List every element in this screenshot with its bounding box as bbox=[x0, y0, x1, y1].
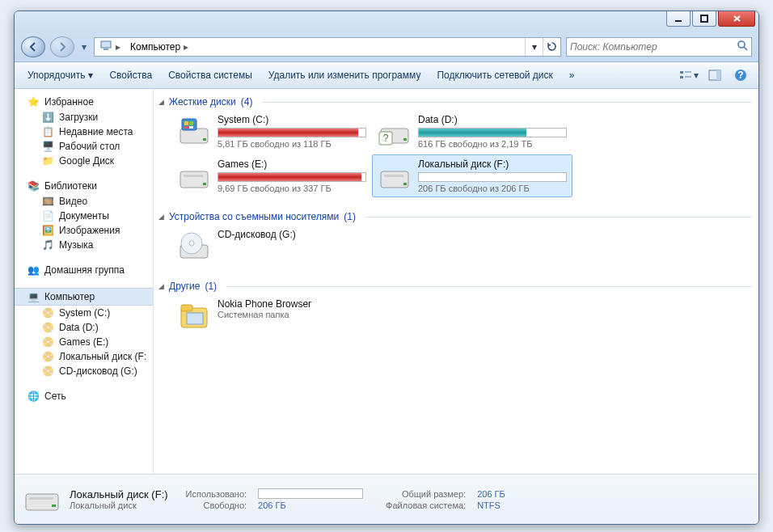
minimize-button[interactable] bbox=[666, 11, 691, 27]
svg-text:?: ? bbox=[737, 70, 743, 81]
libraries-icon: 📚 bbox=[27, 180, 40, 192]
filesystem-value: NTFS bbox=[477, 500, 505, 510]
forward-button[interactable] bbox=[50, 36, 74, 57]
svg-rect-8 bbox=[685, 71, 691, 73]
help-button[interactable]: ? bbox=[729, 66, 752, 84]
drive-icon bbox=[23, 483, 61, 517]
details-title: Локальный диск (F:) bbox=[70, 488, 168, 500]
space-bar bbox=[218, 128, 366, 137]
group-header-other[interactable]: ◢ Другие (1) bbox=[157, 278, 752, 294]
nav-item[interactable]: 📀Games (E:) bbox=[15, 335, 153, 349]
svg-rect-29 bbox=[384, 175, 403, 177]
drive-tile[interactable]: ? Data (D:) 616 ГБ свободно из 2,19 ТБ bbox=[372, 110, 572, 153]
total-size-label: Общий размер: bbox=[386, 489, 466, 499]
nav-item[interactable]: 🎵Музыка bbox=[15, 238, 153, 252]
uninstall-program-button[interactable]: Удалить или изменить программу bbox=[262, 66, 428, 84]
group-header-removable[interactable]: ◢ Устройства со съемными носителями (1) bbox=[157, 209, 752, 225]
svg-rect-35 bbox=[181, 305, 192, 311]
svg-point-33 bbox=[189, 241, 194, 246]
nav-item[interactable]: 🖥️Рабочий стол bbox=[15, 139, 153, 154]
drive-free-space: 616 ГБ свободно из 2,19 ТБ bbox=[418, 139, 567, 149]
nav-item[interactable]: 📀System (C:) bbox=[15, 306, 153, 320]
nav-item[interactable]: 🖼️Изображения bbox=[15, 223, 153, 238]
drive-free-space: 5,81 ГБ свободно из 118 ГБ bbox=[218, 139, 366, 149]
address-dropdown[interactable]: ▾ bbox=[525, 38, 543, 56]
address-bar[interactable]: ▸ Компьютер ▸ ▾ bbox=[94, 37, 561, 57]
nav-item[interactable]: 📀CD-дисковод (G:) bbox=[15, 364, 153, 378]
nav-item-icon: 📁 bbox=[42, 155, 54, 167]
drive-tile[interactable]: Локальный диск (F:) 206 ГБ свободно из 2… bbox=[372, 154, 572, 197]
content-area: ◢ Жесткие диски (4) System (C:) 5,81 ГБ … bbox=[154, 89, 758, 474]
close-button[interactable] bbox=[718, 11, 755, 27]
system-properties-button[interactable]: Свойства системы bbox=[162, 66, 259, 84]
back-button[interactable] bbox=[21, 36, 45, 57]
nav-item-label: Документы bbox=[59, 210, 109, 222]
svg-rect-14 bbox=[180, 129, 208, 143]
drive-icon: 📀 bbox=[42, 351, 54, 362]
drive-icon bbox=[177, 114, 211, 148]
breadcrumb-computer[interactable]: Компьютер ▸ bbox=[125, 38, 193, 56]
drive-free-space: 9,69 ГБ свободно из 337 ГБ bbox=[218, 184, 366, 193]
svg-rect-2 bbox=[101, 41, 111, 48]
nav-item[interactable]: 📁Google Диск bbox=[15, 154, 153, 168]
toolbar-overflow[interactable]: » bbox=[563, 66, 581, 84]
drive-name: Локальный диск (F:) bbox=[418, 158, 567, 170]
nav-homegroup[interactable]: 👥Домашняя группа bbox=[15, 262, 153, 278]
explorer-window: ▾ ▸ Компьютер ▸ ▾ bbox=[14, 11, 759, 525]
nav-item-icon: ⬇️ bbox=[42, 112, 54, 123]
view-options-button[interactable]: ▾ bbox=[678, 66, 700, 84]
drive-icon: 📀 bbox=[42, 307, 54, 319]
breadcrumb-root[interactable]: ▸ bbox=[95, 38, 125, 56]
drive-icon bbox=[378, 158, 412, 192]
nav-favorites[interactable]: ⭐Избранное bbox=[15, 94, 153, 110]
svg-rect-20 bbox=[189, 126, 193, 129]
folder-icon bbox=[177, 298, 211, 332]
used-space-bar bbox=[258, 488, 363, 499]
space-bar bbox=[218, 172, 366, 182]
nav-item[interactable]: 🎞️Видео bbox=[15, 194, 153, 209]
organize-menu[interactable]: Упорядочить ▾ bbox=[21, 66, 99, 84]
nav-computer[interactable]: 💻Компьютер bbox=[15, 288, 153, 306]
group-header-hdd[interactable]: ◢ Жесткие диски (4) bbox=[157, 94, 752, 110]
nav-item[interactable]: 📄Документы bbox=[15, 209, 153, 223]
nav-item-icon: 📋 bbox=[42, 126, 54, 137]
svg-rect-22 bbox=[403, 138, 407, 141]
svg-rect-18 bbox=[189, 121, 193, 125]
details-type: Локальный диск bbox=[70, 500, 168, 510]
search-icon bbox=[737, 40, 748, 53]
collapse-icon: ◢ bbox=[158, 98, 164, 106]
network-icon: 🌐 bbox=[27, 391, 40, 402]
total-size-value: 206 ГБ bbox=[477, 489, 505, 499]
nav-history-dropdown[interactable]: ▾ bbox=[79, 41, 89, 53]
drive-tile[interactable]: Games (E:) 9,69 ГБ свободно из 337 ГБ bbox=[171, 154, 372, 197]
map-network-drive-button[interactable]: Подключить сетевой диск bbox=[430, 66, 559, 84]
search-box[interactable] bbox=[566, 37, 752, 57]
properties-button[interactable]: Свойства bbox=[103, 66, 158, 84]
svg-rect-1 bbox=[701, 15, 708, 22]
computer-icon: 💻 bbox=[27, 291, 40, 302]
drive-name: Games (E:) bbox=[218, 158, 366, 170]
command-bar: Упорядочить ▾ Свойства Свойства системы … bbox=[15, 62, 758, 89]
nav-item-label: Музыка bbox=[59, 239, 93, 251]
space-bar bbox=[418, 128, 567, 137]
nav-item-label: CD-дисковод (G:) bbox=[59, 365, 137, 377]
nav-item[interactable]: ⬇️Загрузки bbox=[15, 110, 153, 125]
refresh-button[interactable] bbox=[543, 38, 560, 56]
folder-tile[interactable]: Nokia Phone BrowserСистемная папка bbox=[171, 294, 372, 336]
space-bar bbox=[418, 172, 567, 182]
nav-network[interactable]: 🌐Сеть bbox=[15, 388, 153, 404]
nav-item-label: System (C:) bbox=[59, 307, 110, 319]
maximize-button[interactable] bbox=[692, 11, 716, 27]
drive-name: CD-дисковод (G:) bbox=[218, 229, 366, 240]
free-value: 206 ГБ bbox=[258, 500, 363, 510]
nav-item[interactable]: 📀Data (D:) bbox=[15, 320, 153, 335]
drive-tile[interactable]: System (C:) 5,81 ГБ свободно из 118 ГБ bbox=[171, 110, 372, 153]
svg-rect-30 bbox=[403, 183, 407, 185]
nav-libraries[interactable]: 📚Библиотеки bbox=[15, 178, 153, 194]
svg-rect-9 bbox=[685, 76, 691, 78]
preview-pane-button[interactable] bbox=[703, 66, 726, 84]
drive-tile[interactable]: CD-дисковод (G:) bbox=[171, 225, 372, 267]
search-input[interactable] bbox=[570, 41, 737, 53]
nav-item[interactable]: 📀Локальный диск (F: bbox=[15, 349, 153, 364]
nav-item[interactable]: 📋Недавние места bbox=[15, 125, 153, 139]
